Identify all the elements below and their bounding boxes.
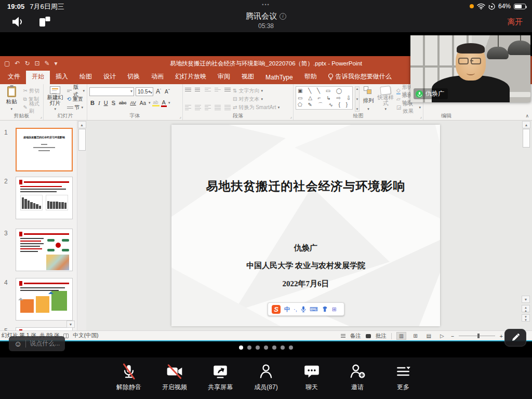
- unmute-button[interactable]: 解除静音: [113, 363, 145, 399]
- align-center-icon[interactable]: [195, 104, 201, 111]
- clipboard-launcher-icon[interactable]: ⌟: [40, 114, 42, 119]
- font-launcher-icon[interactable]: ⌟: [179, 114, 181, 119]
- tab-transitions[interactable]: 切换: [122, 70, 145, 84]
- sogou-input-bar[interactable]: S 中 ·, ⌨ ⊞: [268, 302, 344, 316]
- members-button[interactable]: 成员(87): [250, 363, 282, 399]
- paragraph-launcher-icon[interactable]: ⌟: [290, 114, 292, 119]
- arrange-button[interactable]: 排列▾: [362, 86, 375, 112]
- chinese-mode-icon[interactable]: 中: [284, 305, 290, 313]
- tab-insert[interactable]: 插入: [50, 70, 74, 84]
- reading-view-button[interactable]: ▤: [424, 332, 433, 339]
- punctuation-icon[interactable]: ·,: [294, 306, 297, 312]
- voice-input-icon[interactable]: [301, 306, 306, 313]
- notes-toggle[interactable]: 备注: [350, 332, 361, 340]
- toolbox-icon[interactable]: ⊞: [332, 306, 337, 313]
- zoom-in-icon[interactable]: +: [500, 333, 503, 339]
- align-text-button[interactable]: ⊟对齐文本▾: [233, 95, 280, 103]
- slide-canvas[interactable]: 易地扶贫搬迁的社会经济与环境影响 仇焕广 中国人民大学 农业与农村发展学院 20…: [171, 125, 440, 326]
- shapes-gallery[interactable]: ▣ ╲ ╲ ▭ ◯ ▭ △ ⌐ ↳ ⇨ ⇩ ⬠ ✎ ⌒ ∿ { }: [296, 86, 353, 112]
- comments-toggle[interactable]: 批注: [376, 332, 387, 340]
- tab-animations[interactable]: 动画: [145, 70, 169, 84]
- tab-view[interactable]: 视图: [236, 70, 260, 84]
- leave-meeting-button[interactable]: 离开: [507, 17, 523, 27]
- canvas-scroll-thumb[interactable]: [523, 129, 530, 148]
- previous-slide-icon[interactable]: ▲▲: [522, 305, 530, 312]
- scroll-up-icon[interactable]: ▲: [522, 121, 530, 128]
- section-button[interactable]: 节▾: [67, 103, 85, 111]
- emoji-icon[interactable]: ☺: [14, 339, 22, 348]
- decrease-indent-icon[interactable]: [205, 87, 211, 92]
- chat-button[interactable]: 聊天: [296, 363, 328, 399]
- tab-help[interactable]: 帮助: [299, 70, 323, 84]
- keyboard-icon[interactable]: ⌨: [310, 306, 318, 313]
- font-color-button[interactable]: A: [161, 99, 167, 107]
- thumbnail-scrollbar[interactable]: ▲: [77, 121, 86, 330]
- slide-sorter-button[interactable]: ⊞: [411, 332, 419, 339]
- bold-button[interactable]: B: [89, 100, 96, 106]
- shrink-font-button[interactable]: Aˇ: [164, 89, 171, 95]
- start-video-button[interactable]: 开启视频: [158, 363, 191, 399]
- tab-review[interactable]: 审阅: [212, 70, 236, 84]
- increase-indent-icon[interactable]: [215, 87, 221, 92]
- line-spacing-icon[interactable]: [224, 87, 231, 92]
- justify-icon[interactable]: [215, 104, 221, 111]
- shapes-gallery-scroll[interactable]: ▲▼▼: [355, 86, 360, 112]
- canvas-scrollbar[interactable]: ▲ ▼ ▲▲ ▼▼: [522, 121, 531, 330]
- zoom-slider[interactable]: [459, 336, 495, 336]
- char-spacing-button[interactable]: AV: [129, 100, 137, 105]
- align-right-icon[interactable]: [205, 104, 211, 111]
- participant-video[interactable]: 仇焕广: [410, 35, 530, 102]
- layout-button[interactable]: 版式▾: [67, 87, 85, 95]
- zoom-out-icon[interactable]: −: [451, 333, 454, 339]
- underline-button[interactable]: U: [103, 100, 109, 106]
- annotation-button[interactable]: [504, 329, 526, 347]
- reset-button[interactable]: ⟲重置: [67, 95, 85, 103]
- slide-thumbnail-4[interactable]: [16, 278, 73, 321]
- numbering-icon[interactable]: [195, 87, 201, 92]
- thumbnail-scroll-thumb[interactable]: [78, 129, 86, 151]
- paste-button[interactable]: 粘贴▾: [2, 86, 21, 112]
- invite-button[interactable]: 邀请: [341, 363, 374, 399]
- new-slide-button[interactable]: 新建幻灯片▾: [46, 86, 65, 112]
- format-painter-button[interactable]: ✎格式刷: [23, 103, 41, 111]
- slide-thumbnail-1[interactable]: 易地扶贫搬迁的社会经济与环境影响: [16, 128, 73, 171]
- tab-draw[interactable]: 绘图: [74, 70, 98, 84]
- next-slide-icon[interactable]: ▼▼: [522, 314, 530, 322]
- shadow-button[interactable]: S: [111, 100, 116, 106]
- bullets-icon[interactable]: [185, 87, 191, 92]
- slide-thumbnail-2[interactable]: [16, 177, 73, 219]
- columns-icon[interactable]: [224, 104, 231, 111]
- skin-icon[interactable]: [322, 306, 328, 312]
- quick-chat-input[interactable]: ☺ 说点什么...: [9, 336, 65, 351]
- italic-button[interactable]: I: [97, 100, 101, 106]
- thumb-scroll-up-icon[interactable]: ▲: [78, 121, 86, 128]
- thumb-scroll-down-icon[interactable]: ▼: [66, 321, 75, 328]
- tab-home[interactable]: 开始: [26, 70, 50, 84]
- tab-design[interactable]: 设计: [98, 70, 122, 84]
- more-button[interactable]: 更多: [387, 363, 419, 399]
- convert-smartart-button[interactable]: ⇄转换为 SmartArt▾: [233, 103, 280, 111]
- collapse-ribbon-icon[interactable]: ∧: [525, 113, 529, 118]
- cut-button[interactable]: ✂剪切: [23, 87, 41, 95]
- language-status[interactable]: 中文(中国): [73, 332, 98, 339]
- align-left-icon[interactable]: [185, 104, 191, 111]
- font-name-combobox[interactable]: [89, 87, 134, 96]
- shape-effects-button[interactable]: ◲形状效果▾: [396, 103, 421, 111]
- tell-me-box[interactable]: 告诉我你想要做什么: [323, 70, 397, 84]
- tab-mathtype[interactable]: MathType: [260, 71, 299, 84]
- grow-font-button[interactable]: Aˆ: [155, 88, 162, 95]
- normal-view-button[interactable]: ▥: [396, 332, 406, 340]
- meeting-info-icon[interactable]: i: [280, 13, 286, 20]
- quick-styles-button[interactable]: 快速样式▾: [377, 86, 394, 112]
- drawing-launcher-icon[interactable]: ⌟: [420, 114, 422, 119]
- tab-slideshow[interactable]: 幻灯片放映: [169, 70, 212, 84]
- strikethrough-button[interactable]: abc: [118, 100, 128, 105]
- share-screen-button[interactable]: 共享屏幕: [204, 363, 236, 399]
- highlight-button[interactable]: ab: [152, 100, 159, 107]
- scroll-down-icon[interactable]: ▼: [522, 296, 530, 303]
- font-size-combobox[interactable]: 10.5+: [136, 87, 153, 96]
- tab-file[interactable]: 文件: [2, 70, 26, 84]
- slide-thumbnail-3[interactable]: [16, 229, 73, 271]
- sogou-logo-icon[interactable]: S: [272, 305, 281, 314]
- change-case-button[interactable]: Aa: [139, 100, 147, 106]
